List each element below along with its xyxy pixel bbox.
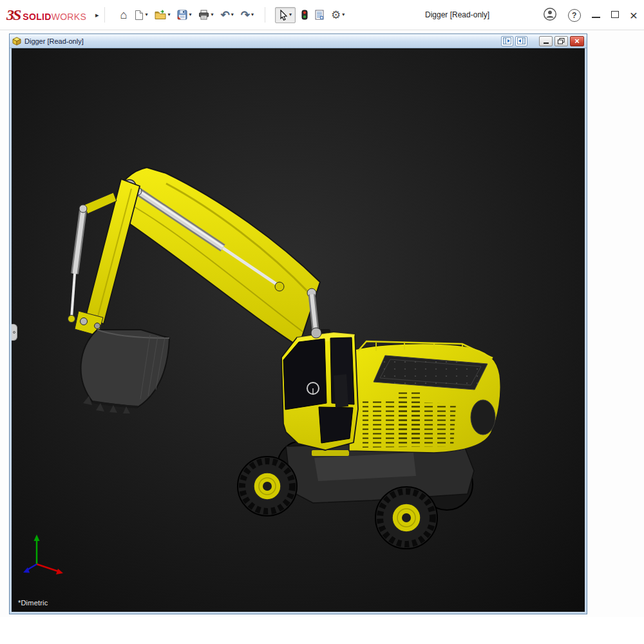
graphics-viewport[interactable]: *Dimetric [12, 48, 585, 612]
part-document-icon [12, 37, 21, 46]
main-toolbar: 3S SOLID WORKS ▸ ⌂ ▾ ▾ ▾ ▾ ↶ ▾ ↷ [0, 0, 644, 30]
workspace: Digger [Read-only] × [0, 31, 644, 644]
digger-3d-model [12, 48, 585, 612]
select-tool-button[interactable]: ▾ [275, 7, 296, 23]
solidworks-logo: 3S SOLID WORKS [6, 6, 86, 24]
select-cursor-icon [279, 10, 288, 21]
print-icon [198, 10, 209, 20]
print-button[interactable]: ▾ [197, 8, 214, 22]
toolbar-separator [104, 7, 105, 23]
window-controls: ? × [543, 0, 638, 30]
chevron-down-icon: ▾ [211, 12, 213, 17]
close-button[interactable]: × [630, 8, 638, 22]
pane-right-icon [517, 37, 526, 44]
rebuild-button[interactable] [300, 8, 309, 22]
new-document-button[interactable]: ▾ [133, 8, 149, 23]
options-button[interactable]: ⚙ ▾ [330, 8, 346, 23]
minimize-icon [592, 17, 600, 18]
toolbar-separator [265, 7, 265, 23]
rear-wheel [375, 487, 437, 549]
chevron-down-icon: ▾ [231, 12, 234, 17]
3ds-logo-icon: 3S [6, 6, 20, 24]
document-close-button[interactable]: × [570, 36, 584, 46]
logo-solid-text: SOLID [23, 12, 51, 22]
pane-left-icon [503, 37, 511, 44]
document-minimize-button[interactable] [539, 36, 553, 46]
file-properties-button[interactable] [314, 8, 325, 22]
logo-works-text: WORKS [52, 12, 86, 22]
quick-access-toolbar: ⌂ ▾ ▾ ▾ ▾ ↶ ▾ ↷ ▾ ▾ [119, 7, 346, 23]
panel-collapse-tab[interactable] [12, 324, 17, 341]
chevron-down-icon: ▾ [251, 12, 254, 17]
user-account-icon [543, 7, 557, 21]
rebuild-stoplight-icon [301, 10, 308, 20]
window-title: Digger [Read-only] [425, 10, 489, 19]
gear-icon: ⚙ [331, 10, 341, 21]
help-button[interactable]: ? [568, 9, 581, 22]
close-icon: × [574, 37, 580, 45]
document-titlebar[interactable]: Digger [Read-only] × [10, 34, 587, 48]
chevron-down-icon: ▾ [189, 12, 191, 17]
bottom-margin [0, 617, 644, 644]
document-restore-button[interactable] [554, 36, 568, 46]
file-properties-icon [315, 10, 324, 20]
collapse-right-pane-button[interactable] [515, 36, 527, 46]
home-icon: ⌂ [120, 9, 128, 21]
collapse-dot-icon [13, 331, 15, 334]
chevron-down-icon: ▾ [289, 12, 292, 17]
user-account-button[interactable] [543, 7, 557, 23]
minimize-icon [544, 43, 549, 44]
cab [281, 332, 358, 450]
home-button[interactable]: ⌂ [119, 7, 129, 23]
undo-icon: ↶ [221, 10, 230, 21]
undo-button[interactable]: ↶ ▾ [220, 8, 235, 23]
save-button[interactable]: ▾ [176, 8, 193, 22]
collapse-left-pane-button[interactable] [501, 36, 513, 46]
front-wheel [238, 457, 297, 516]
document-window: Digger [Read-only] × [9, 33, 587, 614]
chevron-down-icon: ▾ [167, 12, 170, 17]
chevron-down-icon: ▾ [342, 12, 345, 17]
chevron-down-icon: ▾ [145, 12, 147, 17]
view-orientation-label: *Dimetric [18, 599, 48, 607]
save-icon [177, 10, 187, 20]
maximize-button[interactable] [611, 10, 619, 20]
redo-button[interactable]: ↷ ▾ [240, 8, 255, 23]
document-window-controls: × [501, 36, 584, 46]
open-button[interactable]: ▾ [153, 8, 171, 22]
help-icon: ? [568, 9, 581, 22]
menu-flyout-chevron[interactable]: ▸ [95, 11, 99, 19]
document-title: Digger [Read-only] [24, 37, 84, 45]
minimize-button[interactable] [592, 10, 600, 20]
maximize-icon [611, 11, 619, 18]
close-icon: × [630, 8, 638, 23]
restore-icon [558, 38, 565, 44]
redo-icon: ↷ [241, 10, 250, 21]
open-folder-icon [155, 10, 166, 20]
new-document-icon [134, 10, 144, 21]
